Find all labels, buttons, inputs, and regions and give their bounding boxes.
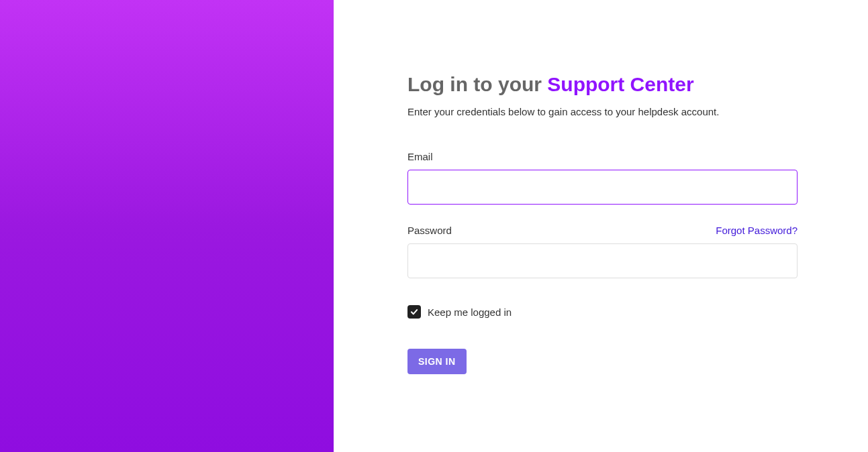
password-label: Password [407,225,452,236]
signin-button[interactable]: SIGN IN [407,349,467,374]
title-accent: Support Center [547,73,693,95]
remember-label[interactable]: Keep me logged in [428,306,512,318]
remember-checkbox-row: Keep me logged in [407,305,798,319]
hero-panel [0,0,334,452]
password-field-group: Password Forgot Password? [407,225,798,278]
page-title: Log in to your Support Center [407,73,798,96]
remember-checkbox[interactable] [407,305,421,319]
forgot-password-link[interactable]: Forgot Password? [716,225,798,236]
login-form-panel: Log in to your Support Center Enter your… [334,0,868,452]
email-label: Email [407,151,433,162]
email-input[interactable] [407,170,798,205]
page-subtitle: Enter your credentials below to gain acc… [407,106,798,117]
check-icon [409,307,419,317]
password-input[interactable] [407,243,798,278]
title-prefix: Log in to your [407,73,547,95]
email-field-group: Email [407,151,798,205]
